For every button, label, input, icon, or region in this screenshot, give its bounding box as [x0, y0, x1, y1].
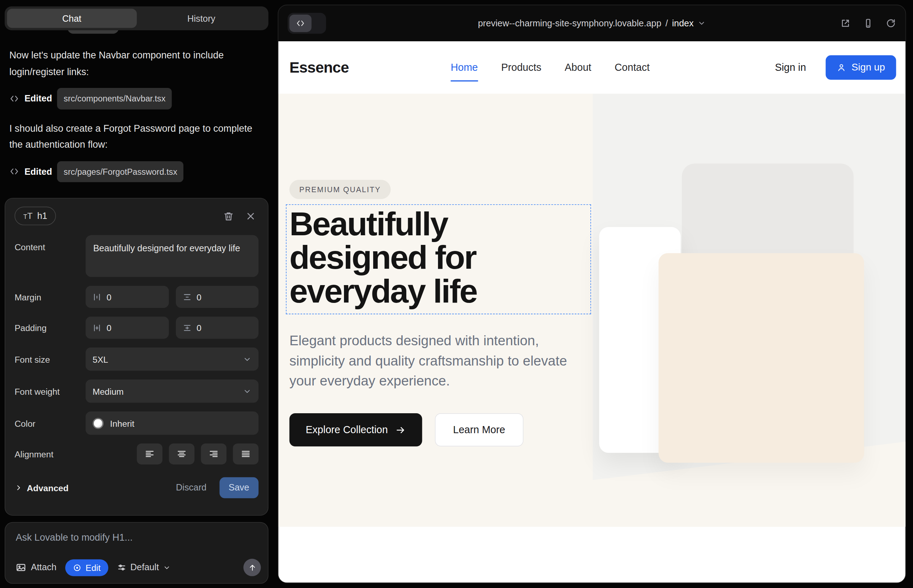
align-center-button[interactable]	[169, 444, 194, 465]
margin-x-input[interactable]: 0	[86, 286, 168, 308]
chat-history-tabbar: Chat History	[5, 6, 269, 30]
margin-y-input[interactable]: 0	[176, 286, 259, 308]
explore-collection-button[interactable]: Explore Collection	[290, 413, 423, 446]
site-navbar: Essence Home Products About Contact Sign…	[278, 41, 905, 94]
alignment-label: Alignment	[15, 449, 86, 459]
chevron-right-icon	[15, 484, 23, 492]
chat-message: Now let's update the Navbar component to…	[9, 47, 262, 80]
discard-button[interactable]: Discard	[176, 483, 207, 493]
color-label: Color	[15, 418, 86, 428]
sign-in-link[interactable]: Sign in	[775, 61, 806, 74]
align-right-button[interactable]	[201, 444, 227, 465]
nav-link-home[interactable]: Home	[451, 61, 478, 74]
app-root: Chat History Now let's update the Navbar…	[0, 0, 913, 588]
refresh-button[interactable]	[885, 18, 896, 29]
rendered-site: Essence Home Products About Contact Sign…	[278, 41, 905, 583]
edited-file-row[interactable]: Edited src/components/Navbar.tsx	[9, 88, 262, 109]
edit-target-icon	[73, 563, 81, 572]
preview-url: preview--charming-site-symphony.lovable.…	[478, 18, 661, 29]
font-weight-select[interactable]: Medium	[86, 380, 259, 402]
element-tag-label: h1	[37, 211, 47, 221]
code-view-toggle[interactable]	[288, 13, 326, 34]
content-input[interactable]: Beautifully designed for everyday life	[86, 235, 259, 277]
preview-window: preview--charming-site-symphony.lovable.…	[278, 5, 906, 583]
font-size-label: Font size	[15, 354, 86, 364]
chevron-down-icon	[243, 387, 252, 396]
horizontal-padding-icon	[92, 323, 102, 332]
text-size-icon: TT	[23, 212, 32, 220]
color-select[interactable]: Inherit	[86, 412, 259, 435]
element-tag-pill[interactable]: TT h1	[15, 207, 56, 225]
align-justify-button[interactable]	[233, 444, 259, 465]
padding-y-input[interactable]: 0	[176, 317, 259, 339]
send-button[interactable]	[244, 559, 261, 576]
font-weight-label: Font weight	[15, 386, 86, 396]
horizontal-spacing-icon	[92, 292, 102, 302]
chevron-down-icon	[243, 355, 252, 364]
arrow-up-icon	[248, 563, 257, 572]
chat-message: I should also create a Forgot Password p…	[9, 120, 262, 153]
mobile-view-button[interactable]	[863, 18, 873, 29]
margin-label: Margin	[15, 292, 86, 302]
user-icon	[837, 63, 846, 72]
save-button[interactable]: Save	[219, 477, 259, 498]
close-inspector-button[interactable]	[245, 210, 256, 221]
delete-element-button[interactable]	[223, 210, 234, 221]
url-separator: /	[665, 18, 668, 29]
url-bar[interactable]: preview--charming-site-symphony.lovable.…	[278, 18, 905, 29]
nav-link-about[interactable]: About	[565, 61, 591, 74]
align-left-button[interactable]	[137, 444, 162, 465]
code-icon	[9, 166, 19, 176]
file-path-chip[interactable]: src/pages/ForgotPassword.tsx	[57, 161, 184, 182]
hero-section: PREMIUM QUALITY Beautifully designed for…	[278, 94, 905, 527]
chevron-down-icon	[163, 564, 170, 571]
arrow-right-icon	[395, 425, 406, 435]
nav-link-products[interactable]: Products	[501, 61, 541, 74]
tab-history[interactable]: History	[136, 9, 266, 28]
preview-page: index	[672, 18, 694, 29]
model-default-select[interactable]: Default	[117, 562, 170, 573]
edited-label: Edited	[24, 163, 52, 180]
nav-link-contact[interactable]: Contact	[615, 61, 650, 74]
vertical-spacing-icon	[183, 292, 191, 302]
preview-topbar: preview--charming-site-symphony.lovable.…	[278, 5, 905, 41]
site-logo[interactable]: Essence	[290, 58, 349, 76]
attach-button[interactable]: Attach	[16, 562, 56, 573]
edited-file-row[interactable]: Edited src/pages/ForgotPassword.tsx	[9, 161, 262, 182]
learn-more-button[interactable]: Learn More	[435, 413, 523, 446]
premium-quality-badge: PREMIUM QUALITY	[290, 180, 391, 199]
prompt-input[interactable]: Ask Lovable to modify H1...	[16, 532, 257, 543]
color-swatch	[92, 417, 104, 428]
vertical-padding-icon	[183, 323, 191, 332]
sliders-icon	[117, 563, 126, 572]
prompt-composer[interactable]: Ask Lovable to modify H1... Attach Edit …	[5, 522, 269, 584]
edit-mode-button[interactable]: Edit	[65, 559, 108, 576]
font-size-select[interactable]: 5XL	[86, 347, 259, 370]
hero-description: Elegant products designed with intention…	[290, 331, 576, 391]
content-label: Content	[15, 242, 86, 252]
image-icon	[16, 562, 26, 573]
code-icon	[9, 94, 19, 103]
inspector-header: TT h1	[15, 207, 259, 225]
element-inspector-panel: TT h1 Content Beautifully designed for e…	[5, 198, 269, 516]
advanced-toggle[interactable]: Advanced	[15, 483, 69, 493]
tab-chat[interactable]: Chat	[7, 9, 137, 28]
sign-up-button[interactable]: Sign up	[826, 55, 896, 80]
open-external-button[interactable]	[840, 18, 851, 29]
hero-headline[interactable]: Beautifully designed for everyday life	[290, 207, 584, 308]
file-path-chip[interactable]: src/components/Navbar.tsx	[57, 88, 172, 109]
padding-label: Padding	[15, 323, 86, 333]
chat-message-list: Now let's update the Navbar component to…	[9, 47, 262, 192]
decorative-card-beige	[659, 253, 864, 463]
padding-x-input[interactable]: 0	[86, 317, 168, 339]
site-nav-links: Home Products About Contact	[451, 61, 650, 74]
edited-label: Edited	[24, 90, 52, 107]
code-icon	[290, 15, 312, 32]
chevron-down-icon	[698, 19, 706, 27]
